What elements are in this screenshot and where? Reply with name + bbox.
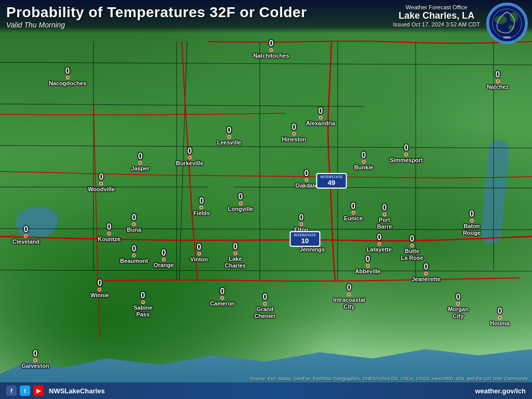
city-marker-orange: 0Orange <box>154 249 174 269</box>
prob-value-winnie: 0 <box>98 279 102 287</box>
prob-value-leesville: 0 <box>227 126 232 135</box>
city-marker-jeanerette: 0Jeanerette <box>411 263 440 283</box>
city-name-oakdale: Oakdale <box>296 182 318 189</box>
city-name-leesville: Leesville <box>217 139 241 146</box>
city-marker-winnie: 0Winnie <box>90 279 109 299</box>
prob-value-sabine-pass: 0 <box>141 291 145 300</box>
city-name-intracoastal-city: IntracoastalCity <box>333 297 365 310</box>
nws-office-label: Weather Forecast Office <box>393 4 480 10</box>
city-marker-grand-chenier: 0GrandChenier <box>255 293 276 320</box>
city-name-kountze: Kountze <box>98 236 120 243</box>
prob-value-buna: 0 <box>132 214 137 222</box>
city-dot-galveston <box>34 358 37 362</box>
city-marker-nacogdoches: 0Nacogdoches <box>49 67 86 87</box>
prob-value-lafayette: 0 <box>377 233 382 242</box>
prob-value-cameron: 0 <box>220 287 225 296</box>
city-name-natchitoches: Natchitoches <box>253 52 289 59</box>
source-attribution: Source: Esri, Maxar, GeoEye, Earthstar G… <box>250 376 528 381</box>
city-name-jasper: Jasper <box>131 165 149 172</box>
city-name-woodville: Woodville <box>88 186 115 193</box>
prob-value-longville: 0 <box>238 193 243 201</box>
prob-value-grand-chenier: 0 <box>263 293 268 301</box>
footer: f t ▶ NWSLakeCharles weather.gov/lch <box>0 382 532 399</box>
city-dot-natchez <box>496 79 500 83</box>
highway-shield-i49: INTERSTATE49 <box>316 173 347 189</box>
city-marker-kountze: 0Kountze <box>98 223 120 243</box>
city-name-cleveland: Cleveland <box>12 238 39 245</box>
city-name-natchez: Natchez <box>487 84 509 90</box>
city-dot-jasper <box>138 161 142 165</box>
city-dot-lafayette <box>377 242 381 246</box>
prob-value-alexandria: 0 <box>318 107 323 115</box>
prob-value-houma: 0 <box>498 307 502 315</box>
city-dot-fields <box>200 206 203 209</box>
shield-label-i49: INTERSTATE49 <box>316 173 347 189</box>
city-dot-houma <box>498 316 502 320</box>
city-dot-sabine-pass <box>141 300 144 304</box>
prob-value-lake-charles: 0 <box>233 243 238 251</box>
city-marker-cleveland: 0Cleveland <box>12 225 39 245</box>
city-dot-baton-rouge <box>470 219 473 222</box>
city-name-burkeville: Burkeville <box>176 160 204 167</box>
city-marker-vinton: 0Vinton <box>190 243 208 263</box>
svg-point-17 <box>510 12 518 22</box>
city-name-winnie: Winnie <box>90 292 109 299</box>
city-name-cameron: Cameron <box>210 300 235 307</box>
city-dot-alexandria <box>319 116 323 119</box>
city-dot-oakdale <box>305 178 309 182</box>
map-background <box>0 0 532 399</box>
city-dot-elton <box>300 222 303 226</box>
city-marker-port-barre: 0PortBarre <box>377 204 392 230</box>
city-marker-bunkie: 0Bunkie <box>354 151 374 171</box>
city-name-lake-charles: LakeCharles <box>225 256 246 269</box>
prob-value-intracoastal-city: 0 <box>347 284 352 292</box>
prob-value-simmesport: 0 <box>404 144 409 152</box>
city-marker-natchitoches: 0Natchitoches <box>253 39 289 59</box>
youtube-icon: ▶ <box>33 385 44 396</box>
city-dot-butte-la-rose <box>410 244 414 247</box>
city-name-port-barre: PortBarre <box>377 217 392 230</box>
city-dot-winnie <box>98 288 102 291</box>
city-name-longville: Longville <box>228 206 253 212</box>
prob-value-elton: 0 <box>299 214 304 222</box>
city-name-abbeville: Abbeville <box>355 268 381 275</box>
city-name-eunice: Eunice <box>344 215 363 222</box>
city-marker-morgan-city: 0MorganCity <box>448 293 469 320</box>
prob-value-bunkie: 0 <box>362 151 366 159</box>
city-dot-abbeville <box>366 264 370 268</box>
city-dot-cleveland <box>24 234 28 238</box>
prob-value-beaumont: 0 <box>132 245 137 253</box>
city-name-hineston: Hineston <box>282 136 306 143</box>
city-marker-hineston: 0Hineston <box>282 123 306 143</box>
twitter-icon: t <box>20 385 30 396</box>
city-marker-baton-rouge: 0BatonRouge <box>463 210 481 236</box>
city-dot-nacogdoches <box>65 76 69 79</box>
footer-social: f t ▶ NWSLakeCharles <box>6 385 105 396</box>
prob-value-fields: 0 <box>200 197 204 205</box>
city-marker-natchez: 0Natchez <box>487 71 509 90</box>
city-name-grand-chenier: GrandChenier <box>255 306 276 320</box>
prob-value-baton-rouge: 0 <box>470 210 474 218</box>
city-dot-eunice <box>351 211 355 215</box>
website-url: weather.gov/lch <box>475 387 526 395</box>
city-dot-kountze <box>107 232 111 235</box>
city-name-beaumont: Beaumont <box>120 258 148 264</box>
highway-shield-i10: INTERSTATE10 <box>290 231 321 247</box>
prob-value-morgan-city: 0 <box>456 293 461 301</box>
facebook-icon: f <box>6 385 17 396</box>
nws-issued: Issued Oct 17, 2024 3:52 AM CDT <box>393 21 480 28</box>
city-dot-morgan-city <box>456 302 460 305</box>
prob-value-jasper: 0 <box>138 152 143 161</box>
city-dot-longville <box>239 202 243 205</box>
prob-value-galveston: 0 <box>33 350 38 358</box>
city-dot-jeanerette <box>424 272 428 275</box>
city-marker-fields: 0Fields <box>193 197 210 217</box>
nws-location: Lake Charles, LA <box>393 10 480 21</box>
city-dot-bunkie <box>362 160 366 164</box>
city-name-galveston: Galveston <box>21 363 49 369</box>
city-dot-lake-charles <box>233 251 237 255</box>
svg-text:NWS: NWS <box>503 36 511 39</box>
city-name-houma: Houma <box>490 320 509 327</box>
prob-value-hineston: 0 <box>292 123 297 131</box>
prob-value-natchitoches: 0 <box>269 39 274 48</box>
